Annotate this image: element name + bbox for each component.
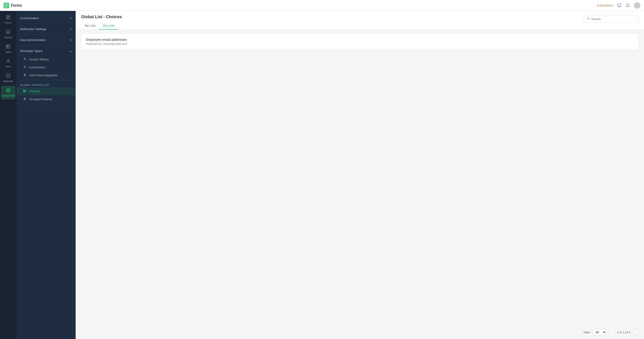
tab-org-lists[interactable]: Org Lists xyxy=(99,22,118,30)
svg-rect-27 xyxy=(24,92,26,92)
chevron-down-icon: ▼ xyxy=(70,17,72,20)
sidebar-item-zoho-flow[interactable]: Zoho Flow Integration xyxy=(16,71,76,79)
nav-label-tasks: Tasks xyxy=(5,51,11,53)
forms-icon xyxy=(6,15,10,21)
list-item-title: Employee email addresses xyxy=(86,38,634,42)
view-select[interactable]: 10 25 50 100 xyxy=(592,329,606,335)
sidebar-section-header-data-admin[interactable]: Data Administration ▼ xyxy=(16,36,76,44)
chevron-up-icon-developer: ▲ xyxy=(70,50,72,52)
svg-point-23 xyxy=(24,66,26,68)
view-label: View xyxy=(584,330,590,334)
zoho-flow-label: Zoho Flow Integration xyxy=(29,74,58,77)
svg-marker-24 xyxy=(24,74,26,76)
pagination-prev-btn[interactable] xyxy=(609,329,615,335)
sidebar-section-developer-space: Developer Space ▲ Access Tokens xyxy=(16,46,76,80)
svg-rect-28 xyxy=(24,90,24,90)
svg-rect-30 xyxy=(24,91,24,92)
svg-point-21 xyxy=(24,58,26,59)
monitor-icon[interactable] xyxy=(617,3,622,8)
svg-point-22 xyxy=(24,66,25,68)
users-icon xyxy=(6,59,10,64)
nav-label-approvals: Approvals xyxy=(3,80,13,82)
sidebar-section-header-notification[interactable]: Notification Settings ▼ xyxy=(16,24,76,34)
svg-rect-26 xyxy=(24,91,26,91)
control-panel-icon xyxy=(6,88,10,94)
search-container xyxy=(584,16,638,22)
global-choice-list-label: Global Choice List xyxy=(16,81,76,87)
sidebar-section-notification: Notification Settings ▼ xyxy=(16,24,76,35)
svg-line-36 xyxy=(589,19,590,20)
zoho-flow-icon xyxy=(23,73,27,77)
sidebar-item-grouped-choices[interactable]: Grouped Choices xyxy=(16,95,76,103)
approvals-icon xyxy=(6,73,10,79)
search-icon xyxy=(587,17,590,21)
nav-label-reports: Reports xyxy=(4,36,12,39)
header-right: Subscription xyxy=(596,2,640,9)
nav-label-users: Users xyxy=(5,66,11,68)
top-header: Forms Subscription xyxy=(0,0,644,11)
pagination-range: 1 to 1 of 1 xyxy=(617,330,630,334)
tab-my-lists[interactable]: My Lists xyxy=(81,22,99,30)
nav-item-approvals[interactable]: Approvals xyxy=(1,71,16,85)
app-title: Forms xyxy=(11,4,22,8)
grouped-choices-label: Grouped Choices xyxy=(29,98,52,101)
choices-label: Choices xyxy=(29,90,40,93)
nav-item-control-panel[interactable]: Control Panel xyxy=(1,86,16,99)
nav-label-control-panel: Control Panel xyxy=(1,94,15,97)
connections-label: Connections xyxy=(29,66,46,69)
page-title: Global List - Choices xyxy=(81,14,122,19)
sidebar-item-access-tokens[interactable]: Access Tokens xyxy=(16,55,76,63)
connections-icon xyxy=(23,66,27,69)
content-body: Employee email addresses Published by: r… xyxy=(76,30,644,325)
sidebar: Customisation ▼ Notification Settings ▼ … xyxy=(16,11,76,339)
sidebar-item-connections[interactable]: Connections xyxy=(16,63,76,71)
pagination-bar: View 10 25 50 100 1 to 1 of 1 xyxy=(76,325,644,339)
content-header: Global List - Choices My Lists Org Lists xyxy=(76,11,644,30)
bell-icon[interactable] xyxy=(625,3,630,8)
nav-item-forms[interactable]: Forms xyxy=(1,13,16,26)
nav-item-users[interactable]: Users xyxy=(1,56,16,70)
svg-rect-25 xyxy=(24,90,26,90)
access-tokens-label: Access Tokens xyxy=(29,58,49,61)
pagination-controls: 1 to 1 of 1 xyxy=(609,329,638,335)
svg-point-19 xyxy=(8,60,9,61)
svg-rect-29 xyxy=(24,91,24,91)
nav-label-forms: Forms xyxy=(5,22,12,24)
choices-icon xyxy=(23,89,27,93)
tasks-icon xyxy=(6,44,10,50)
grouped-choices-icon xyxy=(23,97,27,101)
svg-rect-4 xyxy=(618,4,621,6)
sidebar-section-global-choice: Global Choice List Choices xyxy=(16,80,76,104)
notification-settings-label: Notification Settings xyxy=(20,27,46,31)
icon-nav: Forms Reports xyxy=(0,11,16,339)
search-input[interactable] xyxy=(592,17,636,21)
header-left: Forms xyxy=(4,3,22,8)
list-item: Employee email addresses Published by: r… xyxy=(81,33,638,50)
app-logo xyxy=(4,3,9,8)
chevron-down-icon-notification: ▼ xyxy=(70,28,72,30)
tab-bar: My Lists Org Lists xyxy=(81,22,122,30)
customisation-label: Customisation xyxy=(20,16,39,20)
reports-icon xyxy=(6,30,10,35)
nav-item-reports[interactable]: Reports xyxy=(1,27,16,41)
subscription-link[interactable]: Subscription xyxy=(596,4,613,7)
sidebar-section-header-developer-space[interactable]: Developer Space ▲ xyxy=(16,46,76,55)
sidebar-section-data-admin: Data Administration ▼ xyxy=(16,35,76,46)
svg-point-35 xyxy=(587,18,589,20)
chevron-down-icon-data-admin: ▼ xyxy=(70,39,72,42)
nav-item-tasks[interactable]: Tasks xyxy=(1,42,16,56)
access-tokens-icon xyxy=(23,58,27,61)
user-avatar[interactable] xyxy=(634,2,640,9)
list-item-subtitle: Published by: richard@zylker.com xyxy=(86,42,634,46)
developer-space-label: Developer Space xyxy=(20,49,43,53)
sidebar-section-customisation: Customisation ▼ xyxy=(16,13,76,24)
main-layout: Forms Reports xyxy=(0,11,644,339)
pagination-next-btn[interactable] xyxy=(632,329,638,335)
sidebar-item-choices[interactable]: Choices xyxy=(16,87,76,95)
sidebar-section-header-customisation[interactable]: Customisation ▼ xyxy=(16,14,76,22)
content-header-left: Global List - Choices My Lists Org Lists xyxy=(81,14,122,30)
content-area: Global List - Choices My Lists Org Lists xyxy=(76,11,644,339)
data-admin-label: Data Administration xyxy=(20,38,46,42)
